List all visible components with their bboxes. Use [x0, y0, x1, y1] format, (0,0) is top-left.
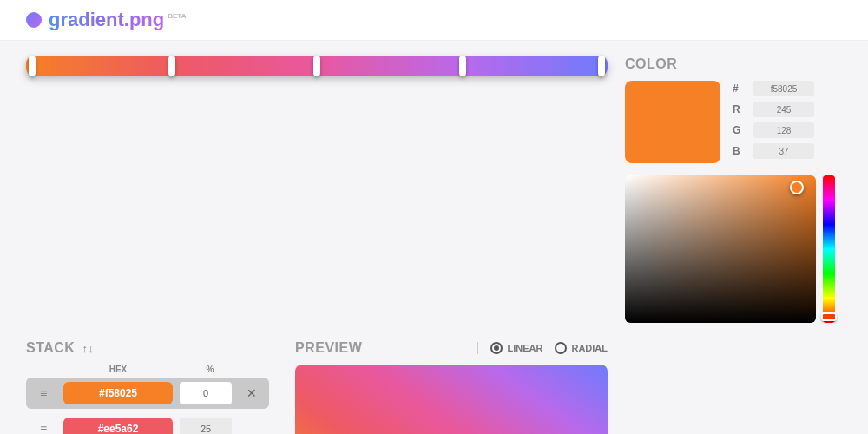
- hue-thumb[interactable]: [821, 312, 837, 321]
- brand-name: gradient.png: [49, 9, 164, 31]
- logo-icon: [26, 12, 42, 28]
- stack-col-pct: %: [184, 365, 236, 374]
- current-color-swatch[interactable]: [625, 81, 720, 163]
- gradient-slider[interactable]: [26, 56, 608, 76]
- gradient-type-radio-group: LINEAR RADIAL: [477, 342, 608, 354]
- sort-icon[interactable]: ↑↓: [82, 342, 94, 355]
- hex-input[interactable]: [753, 81, 814, 96]
- preview-section: PREVIEW LINEAR RADIAL W H ° CSS: [286, 340, 608, 434]
- gradient-preview: [295, 365, 608, 434]
- stack-row[interactable]: ≡#ee5a6225: [26, 413, 269, 434]
- app-header: gradient.png BETA: [0, 0, 868, 41]
- beta-badge: BETA: [168, 12, 186, 20]
- r-label: R: [733, 103, 745, 115]
- preview-title: PREVIEW: [295, 340, 362, 356]
- hex-pill[interactable]: #ee5a62: [63, 418, 173, 434]
- r-input[interactable]: [753, 102, 814, 117]
- radio-circle-icon: [555, 342, 567, 354]
- percent-input[interactable]: 25: [180, 418, 232, 434]
- hex-pill[interactable]: #f58025: [63, 382, 173, 404]
- close-icon[interactable]: ✕: [239, 386, 265, 400]
- percent-input[interactable]: 0: [180, 382, 232, 404]
- b-input[interactable]: [753, 143, 814, 159]
- slider-handle[interactable]: [598, 56, 605, 76]
- drag-handle-icon[interactable]: ≡: [30, 422, 56, 434]
- hex-label: #: [733, 82, 745, 95]
- radio-radial[interactable]: RADIAL: [555, 342, 608, 354]
- hue-slider[interactable]: [823, 175, 835, 323]
- color-title: COLOR: [625, 56, 842, 72]
- sv-thumb[interactable]: [790, 181, 804, 194]
- g-input[interactable]: [753, 122, 814, 138]
- radio-linear[interactable]: LINEAR: [490, 342, 542, 354]
- radio-radial-label: RADIAL: [571, 343, 608, 353]
- saturation-value-picker[interactable]: [625, 175, 816, 323]
- radio-linear-label: LINEAR: [507, 343, 542, 353]
- radio-circle-icon: [490, 342, 503, 354]
- slider-handle[interactable]: [459, 56, 466, 76]
- stack-col-hex: HEX: [59, 365, 177, 374]
- stack-row[interactable]: ≡#f580250✕: [26, 378, 269, 409]
- drag-handle-icon[interactable]: ≡: [30, 386, 56, 400]
- stack-title: STACK ↑↓: [26, 340, 269, 356]
- b-label: B: [733, 145, 745, 157]
- slider-handle[interactable]: [29, 56, 36, 76]
- slider-handle[interactable]: [313, 56, 320, 76]
- stack-title-text: STACK: [26, 340, 75, 356]
- color-section: COLOR # R G B: [625, 56, 842, 323]
- g-label: G: [733, 124, 745, 136]
- stack-section: STACK ↑↓ HEX % ≡#f580250✕≡#ee5a6225≡#e85…: [26, 340, 269, 434]
- slider-handle[interactable]: [168, 56, 175, 76]
